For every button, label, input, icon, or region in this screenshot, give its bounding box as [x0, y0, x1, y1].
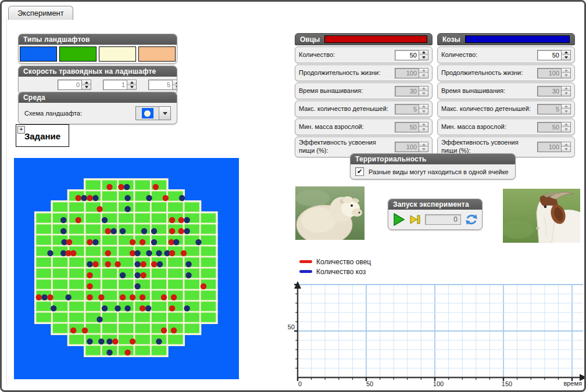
sheep-dot [140, 261, 146, 267]
arrow-down-icon [564, 56, 568, 59]
arrow-up-icon [564, 51, 568, 53]
sheep-dot [87, 272, 92, 278]
spinner-up-button[interactable] [562, 51, 570, 56]
step-button[interactable] [409, 214, 421, 225]
value-spinner[interactable]: 50 [537, 50, 571, 60]
goat-color-bar [465, 35, 570, 43]
reset-button[interactable] [465, 213, 478, 226]
spinner-value[interactable]: 0 [58, 80, 81, 90]
spinner-value[interactable]: 5 [148, 80, 172, 90]
arrow-up-icon [85, 81, 88, 84]
spinner-down-button[interactable] [562, 55, 570, 60]
sheep-dot [151, 261, 157, 267]
task-box[interactable]: + Задание [16, 124, 69, 147]
legend-item-sheep: Количество овец [299, 257, 371, 267]
goat-params-panel: Козы Количество:50Продолжительность жизн… [437, 33, 575, 157]
spinner-value[interactable]: 50 [537, 50, 561, 60]
param-label: Макс. количество детенышей: [441, 105, 531, 113]
shared-cell-checkbox[interactable]: ✔ [355, 167, 364, 176]
sheep-dot [130, 294, 135, 300]
goat-dot [124, 305, 130, 311]
spinner-down-button [562, 109, 570, 114]
value-spinner: 5 [537, 104, 571, 114]
spinner-down-button[interactable] [127, 85, 136, 90]
x-axis-label: время [563, 380, 582, 387]
value-spinner: 100 [395, 142, 428, 152]
run-experiment-panel: Запуск эксперимента 0 [388, 199, 483, 230]
landscape-types-title: Типы ландшафтов [19, 34, 177, 45]
herbivore-speed-spinners: 015 [19, 77, 177, 93]
sheep-dot [124, 350, 130, 355]
spinner-buttons[interactable] [561, 50, 571, 60]
arrow-down-icon [176, 86, 178, 88]
goat-dot [185, 272, 191, 278]
spinner-up-button[interactable] [173, 80, 177, 85]
y-tick-label: 50 [288, 323, 295, 330]
landscape-swatches [19, 45, 177, 63]
spinner-value: 30 [395, 86, 419, 96]
value-spinner: 100 [537, 68, 571, 78]
spinner-buttons [419, 86, 428, 96]
sheep-dot [82, 328, 88, 333]
environment-title: Среда [19, 92, 177, 103]
sheep-dot [87, 195, 92, 201]
goat-dot [51, 305, 56, 311]
arrow-down-icon [422, 128, 426, 131]
territoriality-title: Территориальность [351, 154, 515, 164]
spinner-up-button [562, 105, 570, 110]
arrow-up-icon [564, 87, 568, 89]
sheep-dot [115, 261, 120, 267]
play-button[interactable] [392, 213, 405, 226]
step-forward-icon [409, 214, 421, 225]
spinner-down-button [562, 73, 570, 78]
goat-line-swatch [299, 270, 312, 273]
goat-dot [47, 250, 53, 256]
goat-dot [87, 339, 92, 344]
arrow-down-icon [564, 148, 568, 150]
spinner-up-button[interactable] [82, 80, 91, 85]
spinner-up-button[interactable] [127, 80, 136, 85]
spinner-up-button [419, 105, 428, 110]
arrow-up-icon [564, 143, 568, 146]
value-spinner[interactable]: 50 [395, 50, 428, 60]
goat-dot [115, 305, 120, 311]
spinner-buttons[interactable] [81, 80, 91, 90]
arrow-down-icon [564, 110, 568, 113]
landscape-scheme-combobox[interactable] [135, 106, 171, 120]
spinner-buttons[interactable] [127, 80, 137, 90]
spinner-value[interactable]: 1 [103, 80, 127, 90]
sheep-dot [76, 195, 81, 201]
spinner-down-button[interactable] [82, 85, 91, 90]
x-tick-label: 50 [366, 380, 373, 387]
spinner-down-button[interactable] [419, 55, 428, 60]
goat-dot [120, 272, 126, 278]
goat-dot [184, 228, 190, 234]
goat-dot [124, 195, 130, 201]
value-spinner[interactable]: 0 [58, 80, 91, 90]
app-window: Эксперимент Типы ландшафтов Скорость тра… [0, 0, 586, 392]
spinner-down-button [562, 147, 570, 152]
landscape-scheme-selected[interactable] [136, 107, 159, 120]
spinner-buttons [419, 104, 428, 114]
arrow-down-icon [422, 110, 426, 113]
spinner-up-button[interactable] [419, 51, 428, 56]
spinner-buttons[interactable] [419, 50, 428, 60]
sheep-dot [140, 272, 146, 278]
tab-experiment[interactable]: Эксперимент [8, 6, 73, 20]
arrow-up-icon [422, 123, 426, 125]
value-spinner[interactable]: 5 [148, 80, 177, 90]
value-spinner[interactable]: 1 [103, 80, 137, 90]
spinner-value[interactable]: 50 [395, 50, 419, 60]
goat-dot [146, 250, 152, 256]
spinner-down-button[interactable] [173, 85, 177, 90]
combobox-dropdown-button[interactable] [159, 107, 170, 120]
goat-dot [134, 272, 140, 278]
sheep-dot [87, 239, 92, 245]
sheep-dot [87, 294, 92, 300]
sheep-dot [112, 339, 118, 344]
spinner-buttons [419, 122, 428, 132]
spinner-buttons[interactable] [172, 80, 177, 90]
value-spinner: 100 [537, 142, 571, 152]
param-row: Мин. масса взрослой:50 [437, 118, 575, 135]
environment-panel: Среда Схема ландшафта: [18, 92, 177, 124]
